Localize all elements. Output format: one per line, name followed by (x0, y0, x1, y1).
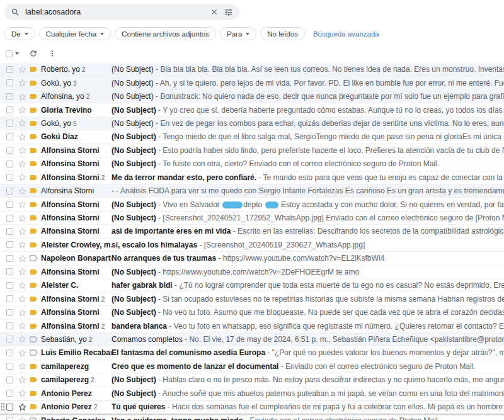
row-checkbox[interactable] (6, 215, 13, 222)
star-icon[interactable] (18, 159, 27, 169)
row-checkbox[interactable] (6, 120, 13, 127)
row-checkbox[interactable] (6, 106, 13, 113)
row-checkbox[interactable] (6, 377, 13, 383)
select-all-checkbox[interactable] (6, 50, 13, 57)
row-checkbox[interactable] (6, 66, 13, 73)
email-row[interactable]: Napoleon BonaparteNo arranques de tus tr… (0, 252, 504, 265)
star-icon[interactable] (18, 118, 27, 128)
row-checkbox[interactable] (6, 188, 13, 195)
refresh-icon[interactable] (29, 49, 38, 58)
email-row[interactable]: Alfonsina Storni2bandera blanca - Veo tu… (0, 319, 504, 332)
email-row[interactable]: Roberto, yo2(No Subject) - Bla bla bla b… (0, 63, 504, 76)
star-icon[interactable] (18, 254, 27, 263)
search-bar[interactable]: label:acosadora (4, 4, 239, 20)
email-row[interactable]: Roberto GonzalezVen a cuidarme, tengo mu… (0, 414, 504, 420)
email-row[interactable]: Gloria Trevino(No Subject) - Y yo creo q… (0, 103, 504, 116)
row-checkbox[interactable] (6, 161, 13, 167)
row-checkbox[interactable] (6, 336, 13, 343)
row-checkbox[interactable] (6, 174, 13, 181)
email-row[interactable]: Alfonsina Storni(No Subject) - Te fuiste… (0, 157, 504, 171)
email-row[interactable]: Alfonsina Storni2(No Subject) - Si tan o… (0, 292, 504, 305)
star-icon[interactable] (18, 334, 27, 344)
star-icon[interactable] (18, 361, 27, 371)
star-icon[interactable] (18, 132, 27, 142)
star-icon[interactable] (18, 227, 27, 236)
subject-snippet: bandera blanca - Veo tu foto en whatsapp… (112, 322, 504, 331)
row-checkbox[interactable] (6, 133, 13, 140)
row-checkbox[interactable] (6, 79, 13, 86)
email-row[interactable]: Alfonsina, yo2(No Subject) - Bonustrack:… (0, 90, 504, 103)
email-row[interactable]: Alfonsina Storni(No Subject) - No veo tu… (0, 306, 504, 319)
email-row[interactable]: camilaperezg2(No Subject) - Hablas claro… (0, 373, 504, 387)
star-icon[interactable] (18, 416, 27, 420)
drag-spacer (1, 268, 5, 276)
row-checkbox[interactable] (6, 93, 13, 100)
star-icon[interactable] (18, 186, 27, 196)
clear-search-icon[interactable] (210, 8, 219, 16)
row-checkbox[interactable] (6, 309, 13, 316)
star-icon[interactable] (18, 78, 27, 88)
star-icon[interactable] (18, 321, 27, 331)
chip-para[interactable]: Para (220, 27, 256, 40)
star-icon[interactable] (18, 402, 27, 412)
star-icon[interactable] (18, 348, 27, 358)
email-row[interactable]: Gokú, yo3(No Subject) - Ah, y si te quie… (0, 76, 504, 89)
star-icon[interactable] (18, 375, 27, 385)
email-row[interactable]: Gokú, yo5(No Subject) - En vez de pegar … (0, 117, 504, 130)
row-checkbox[interactable] (6, 322, 13, 329)
more-options-icon[interactable] (48, 49, 57, 58)
email-row[interactable]: Alfonsina Storni(No Subject) - Vivo en S… (0, 198, 504, 211)
row-checkbox[interactable] (6, 404, 13, 411)
chip-no-leidos[interactable]: No leídos (260, 27, 305, 40)
email-row[interactable]: Alfonsina Storni(No Subject) - Esto podr… (0, 144, 504, 157)
email-row[interactable]: Luis Emilio Recabar.El fantasma del comu… (0, 346, 504, 360)
select-dropdown-icon[interactable] (15, 52, 19, 55)
email-row[interactable]: Alfonsina Storni(No Subject) - [Screensh… (0, 212, 504, 225)
advanced-search-link[interactable]: Búsqueda avanzada (313, 30, 379, 38)
star-icon[interactable] (18, 213, 27, 223)
star-icon[interactable] (18, 389, 27, 398)
star-icon[interactable] (18, 267, 27, 276)
email-row[interactable]: Alfonsina Storniasi de importante eres e… (0, 225, 504, 238)
star-icon[interactable] (18, 65, 27, 74)
row-checkbox[interactable] (6, 228, 13, 235)
drag-handle[interactable] (1, 402, 5, 411)
email-row[interactable]: Antonio Perez(No Subject) - Anoche soñé … (0, 387, 504, 400)
star-icon[interactable] (18, 92, 27, 101)
row-checkbox[interactable] (6, 417, 13, 420)
email-row[interactable]: Aleister C.hafer gabrak bidi - ¿Tú no lo… (0, 279, 504, 292)
email-row[interactable]: Aleister Crowley, m.sí, escalo los himal… (0, 239, 504, 252)
star-icon[interactable] (18, 173, 27, 182)
select-all-control[interactable] (6, 50, 19, 57)
email-row[interactable]: Gokú Diaz(No Subject) - Tengo miedo de q… (0, 130, 504, 144)
row-checkbox[interactable] (6, 268, 13, 275)
star-icon[interactable] (18, 308, 27, 317)
row-checkbox[interactable] (6, 241, 13, 248)
star-icon[interactable] (18, 105, 27, 115)
star-icon[interactable] (18, 240, 27, 249)
star-icon[interactable] (18, 281, 27, 290)
email-row[interactable]: Alfonsina Storni2Me da terror mandar est… (0, 171, 504, 184)
row-checkbox[interactable] (6, 390, 13, 397)
row-checkbox[interactable] (6, 363, 13, 370)
row-checkbox[interactable] (6, 295, 13, 302)
star-icon[interactable] (18, 145, 27, 155)
email-row[interactable]: camilaperezgCreo que es momento de lanza… (0, 360, 504, 373)
row-checkbox[interactable] (6, 349, 13, 356)
star-icon[interactable] (18, 200, 27, 209)
star-icon[interactable] (18, 294, 27, 304)
chip-cualquier-fecha[interactable]: Cualquier fecha (39, 27, 112, 40)
subject-snippet: (No Subject) - Vivo en Salvador depto Es… (112, 200, 504, 209)
row-checkbox[interactable] (6, 282, 13, 289)
chip-de[interactable]: De (4, 27, 35, 40)
search-input[interactable]: label:acosadora (25, 8, 205, 16)
row-checkbox[interactable] (6, 255, 13, 262)
email-row[interactable]: Antonio Perez2Tú qué quieres - Hace dos … (0, 400, 504, 414)
email-row[interactable]: Alfonsina Storni- - Análisis FODA para v… (0, 184, 504, 198)
chip-contiene-archivos-adjuntos[interactable]: Contiene archivos adjuntos (115, 27, 216, 40)
row-checkbox[interactable] (6, 201, 13, 208)
email-row[interactable]: Sebastián, yo2Comamos completos - No. El… (0, 333, 504, 346)
search-options-tune-icon[interactable] (224, 8, 233, 17)
email-row[interactable]: Alfonsina Storni(No Subject) - https://w… (0, 266, 504, 279)
row-checkbox[interactable] (6, 147, 13, 154)
